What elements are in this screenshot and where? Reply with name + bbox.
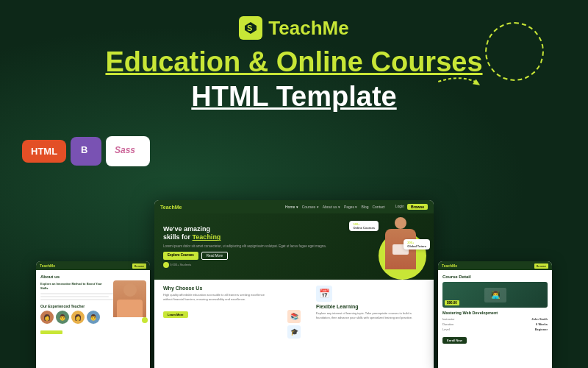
mr-title: Course Detail: [442, 275, 548, 279]
mc-hero: We've amazing skills for Teaching Lorem …: [154, 213, 434, 280]
headline2: HTML Template: [0, 81, 588, 113]
sass-badge: Sass: [106, 136, 150, 166]
mc-nav-link-about: About us ▾: [323, 205, 340, 209]
mr-course-thumbnail: 👨‍💻: [484, 288, 506, 302]
teacher-avatar-4: 👨: [87, 311, 100, 324]
ml-nav: TeachMe Browse: [36, 261, 150, 270]
mr-course-title: Mastering Web Development: [442, 311, 548, 315]
mc-stat-badge-2: 200+ Global Tutors: [404, 239, 430, 250]
mc-nav-link-home: Home ▾: [285, 205, 298, 209]
mc-nav-login: Login: [395, 204, 404, 210]
html-badge: HTML: [22, 140, 66, 163]
mc-nav-browse: Browse: [407, 204, 428, 210]
mr-price: $90.00: [445, 300, 459, 305]
logo-icon: S: [239, 16, 262, 40]
mc-nav-link-contact: Contact: [372, 205, 384, 209]
svg-point-6: [163, 262, 169, 268]
mc-flexible-text: Explore any interest of learning topic. …: [316, 311, 425, 320]
mc-nav-link-courses: Courses ▾: [302, 205, 319, 209]
mr-row-level: Level Beginner: [442, 328, 548, 331]
mc-nav: TeachMe Home ▾ Courses ▾ About us ▾ Page…: [154, 200, 434, 213]
mc-bottom-section: Why Choose Us High quality affordable ed…: [154, 280, 434, 368]
logo-row: S TeachMe: [0, 16, 588, 40]
mc-why-section: Why Choose Us High quality affordable ed…: [163, 286, 272, 362]
mr-content: Course Detail 👨‍💻 $90.00 Mastering Web D…: [438, 270, 552, 368]
mc-explore-btn[interactable]: Explore Courses: [163, 252, 198, 260]
mc-nav-links: Home ▾ Courses ▾ About us ▾ Pages ▾ Blog…: [285, 205, 385, 209]
mr-course-image: 👨‍💻 $90.00: [442, 282, 548, 308]
ml-about-text: Explore an Innovative Method to Boost Yo…: [40, 282, 103, 290]
mc-nav-link-pages: Pages ▾: [344, 205, 358, 209]
teacher-avatar-3: 👩: [71, 311, 85, 324]
mr-enroll-btn[interactable]: Enroll Now: [442, 337, 467, 344]
mr-details-rows: Instructor John Smith Duration 6 Weeks L…: [442, 317, 548, 331]
mockup-left: TeachMe Browse About us Explore an Innov…: [36, 261, 150, 368]
mc-nav-logo: TeachMe: [160, 202, 186, 212]
mockups-row: TeachMe Browse About us Explore an Innov…: [0, 200, 588, 368]
mc-why-text: High quality affordable education access…: [163, 293, 272, 302]
mockup-right: TeachMe Browse Course Detail 👨‍💻 $90.00 …: [438, 261, 552, 368]
teacher-avatar-1: 👩: [40, 311, 54, 324]
mc-stat-badge-1: 500+ Online Courses: [349, 221, 379, 231]
ml-view-more-btn: [40, 330, 62, 334]
mr-row-duration: Duration 6 Weeks: [442, 322, 548, 326]
tech-badges: HTML B Sass: [22, 136, 150, 166]
mr-nav-btn: Browse: [534, 263, 548, 269]
mc-flexible-section: 📅 Flexible Learning Explore any interest…: [316, 286, 425, 362]
mc-icon-stack: 📚 🎓: [279, 286, 309, 362]
bootstrap-badge: B: [71, 137, 101, 166]
mc-read-btn[interactable]: Read More: [201, 252, 228, 260]
mr-nav-logo: TeachMe: [442, 263, 457, 268]
mr-nav: TeachMe Browse: [438, 261, 552, 270]
icon-box-2: 🎓: [287, 325, 301, 339]
icon-box-1: 📚: [287, 310, 301, 323]
mc-flexible-title: Flexible Learning: [316, 304, 425, 309]
mc-cal-icon: 📅: [316, 286, 332, 302]
ml-badge-dot: [142, 317, 148, 323]
ml-nav-logo: TeachMe: [40, 263, 55, 268]
svg-text:Sass: Sass: [115, 145, 135, 155]
mc-why-btn[interactable]: Learn More: [163, 311, 188, 318]
mc-why-title: Why Choose Us: [163, 286, 272, 291]
ml-content: About us Explore an Innovative Method to…: [36, 270, 150, 368]
svg-text:S: S: [247, 24, 252, 32]
mockup-center: TeachMe Home ▾ Courses ▾ About us ▾ Page…: [154, 200, 434, 368]
mc-nav-link-blog: Blog: [361, 205, 368, 209]
ml-nav-btn: Browse: [132, 263, 146, 269]
svg-text:B: B: [81, 144, 87, 155]
header: S TeachMe Education & Online Courses HTM…: [0, 0, 588, 113]
ml-section-title: About us: [40, 275, 146, 279]
teacher-avatar-2: 👨: [56, 311, 69, 324]
ml-person-image: [113, 280, 146, 317]
svg-text:TeachMe: TeachMe: [160, 205, 182, 210]
headline1: Education & Online Courses: [0, 47, 588, 78]
logo-text: TeachMe: [268, 17, 348, 40]
mr-row-instructor: Instructor John Smith: [442, 317, 548, 321]
